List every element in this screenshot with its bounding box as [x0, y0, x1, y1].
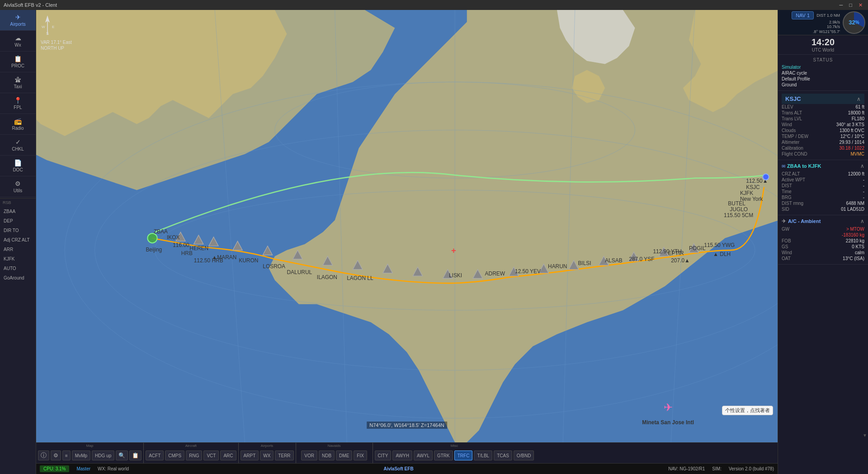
rsb-adj-crz-alt[interactable]: Adj CRZ ALT	[0, 235, 36, 245]
toolbar-settings-btn[interactable]: ⚙	[51, 450, 61, 460]
sidebar-item-taxi[interactable]: 🛣 Taxi	[0, 72, 36, 93]
dist-label: DIST 1.0 NM	[816, 13, 840, 18]
airport-header: KSJC ∧	[782, 94, 864, 104]
sidebar-item-fpl[interactable]: 📍 FPL	[0, 93, 36, 114]
simulator-label: Simulator	[782, 65, 801, 70]
altimeter-value: 29.93 / 1014	[839, 140, 864, 145]
top-nav-bar: NAV 1 DIST 1.0 NM 2.9k/s 10.7k/s .8° W12…	[778, 10, 868, 35]
fpl-time-row: Time -	[782, 189, 864, 194]
toolbar-acft-btn[interactable]: ACFT	[146, 450, 164, 460]
toolbar-awyh-btn[interactable]: AWYH	[392, 450, 412, 460]
sidebar-item-airports[interactable]: ✈ Airports	[0, 10, 36, 31]
sidebar-item-wx[interactable]: ☁ Wx	[0, 31, 36, 52]
profile-row: Default Profile	[782, 76, 864, 82]
rsb-zbaa[interactable]: ZBAA	[0, 207, 36, 216]
ime-toolbar[interactable]: 个性设置，点找著者	[722, 406, 773, 415]
navaids-section-label: Navaids	[298, 443, 371, 448]
toolbar-gtrk-btn[interactable]: GTRK	[434, 450, 453, 460]
clouds-row: Clouds 1300 ft OVC	[782, 128, 864, 133]
map-svg: ZBAA Beijing IKOX LISKI ADREW 12.50 YEV …	[36, 10, 778, 442]
sidebar-item-utils[interactable]: ⚙ Utils	[0, 176, 36, 197]
svg-text:+: +	[451, 246, 456, 255]
svg-text:POGIL: POGIL	[689, 245, 706, 251]
rsb-dir-to[interactable]: DIR TO	[0, 226, 36, 235]
svg-text:BUTEL: BUTEL	[728, 200, 745, 207]
wx-icon: ☁	[15, 34, 21, 42]
toolbar-vor-btn[interactable]: VOR	[301, 450, 317, 460]
toolbar-arpt-btn[interactable]: ARPT	[241, 450, 259, 460]
svg-text:E: E	[52, 25, 54, 29]
toolbar-obnd-btn[interactable]: O/BND	[514, 450, 534, 460]
toolbar-tcas-btn[interactable]: TCAS	[494, 450, 512, 460]
toolbar-search-btn[interactable]: 🔍	[116, 450, 128, 460]
sidebar-airports-label: Airports	[10, 22, 25, 27]
ambient-wind-row: Wind calm	[782, 250, 864, 256]
svg-text:HEREN: HEREN	[189, 245, 208, 251]
orientation-text: NORTH UP	[41, 46, 72, 51]
toolbar-vct-btn[interactable]: VCT	[203, 450, 219, 460]
master-label: Master	[76, 466, 90, 471]
sidebar-item-radio[interactable]: 📻 Radio	[0, 114, 36, 135]
utils-icon: ⚙	[15, 180, 21, 187]
wind-row: Wind 340° at 3 KTS	[782, 122, 864, 128]
toolbar-tlbl-btn[interactable]: T/LBL	[474, 450, 492, 460]
efb-center-label: AivlaSoft EFB	[136, 466, 661, 471]
map-area[interactable]: ZBAA Beijing IKOX LISKI ADREW 12.50 YEV …	[36, 10, 778, 442]
version-label: Version 2.0 (build #78)	[729, 466, 774, 471]
rsb-auto[interactable]: AUTO	[0, 264, 36, 273]
trans-lvl-value: FL180	[852, 116, 864, 121]
toolbar-hdg-btn[interactable]: HDG up	[92, 450, 114, 460]
rsb-dep[interactable]: DEP	[0, 216, 36, 226]
toolbar-awyl-btn[interactable]: AWYL	[414, 450, 433, 460]
toolbar-city-btn[interactable]: CITY	[375, 450, 392, 460]
brg-value: -	[863, 195, 864, 200]
brg-row: BRG -	[782, 194, 864, 200]
toolbar-layers-btn[interactable]: ≡	[62, 450, 71, 460]
crz-alt-row: CRZ ALT 12000 ft	[782, 171, 864, 177]
nav-status: NAV: NG-1902/R1	[668, 466, 705, 471]
sidebar-chkl-label: CHKL	[12, 147, 24, 152]
toolbar-dme-btn[interactable]: DME	[336, 450, 352, 460]
toolbar-terr-btn[interactable]: TERR	[275, 450, 293, 460]
toolbar-rng-btn[interactable]: RNG	[186, 450, 202, 460]
gw-label: GW	[782, 227, 789, 232]
toolbar-mvmp-btn[interactable]: MvMp	[72, 450, 90, 460]
crz-alt-value: 12000 ft	[848, 171, 864, 176]
var-text: VAR 17.1° East	[41, 40, 72, 45]
sidebar-item-doc[interactable]: 📄 DOC	[0, 156, 36, 176]
svg-text:112.90 YTH: 112.90 YTH	[653, 248, 681, 255]
navaids-toolbar-section: Navaids VOR NDB DME FIX	[296, 443, 373, 463]
fpl-collapse-btn[interactable]: ∧	[860, 163, 864, 169]
toolbar-ndb-btn[interactable]: NDB	[319, 450, 335, 460]
titlebar-title: AivlaSoft EFB v2 - Clent	[4, 2, 57, 8]
toolbar-cmps-btn[interactable]: CMPS	[165, 450, 184, 460]
maximize-button[interactable]: □	[847, 2, 854, 8]
close-button[interactable]: ✕	[857, 2, 864, 8]
misc-toolbar-section: Misc CITY AWYH AWYL GTRK TRFC T/LBL TCAS…	[373, 443, 536, 463]
gw-diff-row: -183160 kg	[782, 232, 864, 238]
compass[interactable]: 32 %	[843, 11, 865, 34]
ambient-collapse-btn[interactable]: ∧	[860, 218, 864, 224]
rsb-arr[interactable]: ARR	[0, 245, 36, 254]
flight-cond-label: Flight COND	[782, 152, 807, 156]
flight-cond-row: Flight COND MVMC	[782, 151, 864, 157]
toolbar-arc-btn[interactable]: ARC	[220, 450, 236, 460]
airports-section-label: Airports	[241, 443, 294, 448]
zbaa-label: ZBAA	[4, 209, 15, 214]
gs-label: GS	[782, 244, 788, 249]
elev-label: ELEV	[782, 104, 793, 109]
minimize-button[interactable]: ─	[838, 2, 845, 8]
toolbar-info-btn[interactable]: ⓘ	[38, 450, 49, 460]
rsb-kjfk[interactable]: KJFK	[0, 254, 36, 264]
toolbar-plan-btn[interactable]: 📋	[129, 450, 142, 460]
toolbar-trfc-btn[interactable]: TRFC	[454, 450, 473, 460]
toolbar-fix-btn[interactable]: FIX	[354, 450, 367, 460]
sidebar-item-chkl[interactable]: ✓ CHKL	[0, 135, 36, 156]
gs-value: 0 KTS	[852, 244, 864, 249]
sidebar-item-proc[interactable]: 📋 PROC	[0, 52, 36, 72]
sidebar-fpl-label: FPL	[14, 105, 22, 110]
rsb-goaround[interactable]: GoAround	[0, 273, 36, 283]
toolbar-wx-btn[interactable]: WX	[260, 450, 274, 460]
airport-collapse-btn[interactable]: ∧	[857, 96, 861, 102]
cpu-indicator: CPU: 3.1%	[40, 465, 69, 472]
